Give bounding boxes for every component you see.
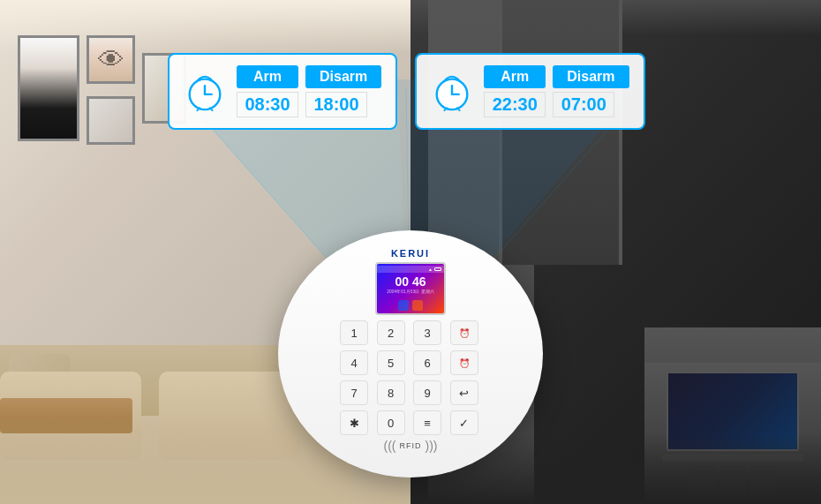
right-room bbox=[410, 0, 821, 504]
background: 👁 bbox=[0, 0, 821, 504]
left-room: 👁 bbox=[0, 0, 410, 504]
door-frame bbox=[499, 0, 622, 265]
wall-art: 👁 bbox=[18, 35, 186, 145]
